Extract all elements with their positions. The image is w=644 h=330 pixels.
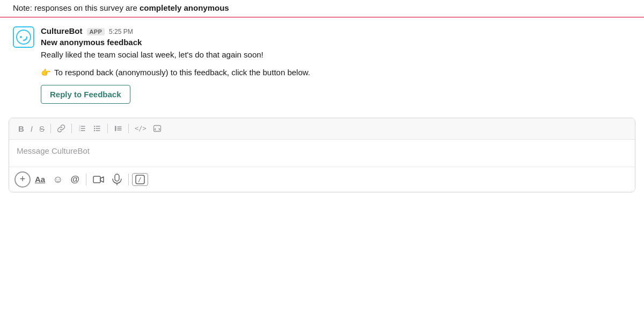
formatting-toolbar: B I S 123 </> [9,118,635,140]
svg-rect-20 [115,174,119,181]
composer-area: B I S 123 </> Message CultureBot + Aa ☺ … [9,118,635,192]
toolbar-divider-1 [50,124,51,133]
anonymous-text: completely anonymous [140,3,229,12]
feedback-title: New anonymous feedback [41,38,631,47]
svg-rect-19 [93,176,100,183]
prompt-text: To respond back (anonymously) to this fe… [54,68,310,77]
link-button[interactable] [54,123,68,134]
add-button[interactable]: + [14,171,31,188]
reply-to-feedback-button[interactable]: Reply to Feedback [41,85,130,104]
video-button[interactable] [90,173,108,186]
svg-rect-18 [153,126,160,132]
bottom-toolbar: + Aa ☺ @ / [9,167,635,192]
slash-button[interactable]: / [132,173,148,186]
strikethrough-button[interactable]: S [36,123,47,135]
bottom-divider-2 [128,174,129,185]
svg-rect-14 [115,126,116,131]
note-text: Note: responses on this survey are [13,3,140,12]
svg-point-8 [94,126,95,127]
svg-point-9 [94,128,95,129]
code-block-button[interactable] [150,123,164,134]
svg-point-1 [20,36,22,38]
svg-text:3: 3 [79,129,80,132]
message-header: CultureBot APP 5:25 PM [41,26,631,35]
svg-text:/: / [138,176,142,183]
mention-button[interactable]: @ [68,172,83,187]
app-badge: APP [87,28,105,35]
italic-button[interactable]: I [28,123,35,135]
message-area: CultureBot APP 5:25 PM New anonymous fee… [0,18,644,112]
format-text-button[interactable]: Aa [32,173,48,186]
ordered-list-button[interactable]: 123 [75,123,89,134]
bottom-divider-1 [86,174,86,185]
blockquote-button[interactable] [111,123,125,134]
respond-prompt: 👉 To respond back (anonymously) to this … [41,68,631,77]
pointing-emoji: 👉 [41,68,51,77]
timestamp: 5:25 PM [109,28,133,35]
svg-point-0 [17,30,31,44]
avatar [13,26,34,48]
audio-button[interactable] [109,171,125,188]
bold-button[interactable]: B [16,123,27,135]
toolbar-divider-3 [107,124,108,133]
message-input[interactable]: Message CultureBot [9,140,635,167]
toolbar-divider-4 [128,124,129,133]
bullet-list-button[interactable] [90,123,104,134]
message-content: CultureBot APP 5:25 PM New anonymous fee… [41,26,631,104]
code-button[interactable]: </> [132,123,149,134]
emoji-button[interactable]: ☺ [49,171,66,188]
top-note: Note: responses on this survey are compl… [0,0,644,18]
svg-point-10 [94,130,95,131]
toolbar-divider-2 [71,124,72,133]
bot-name: CultureBot [41,26,83,35]
feedback-text: Really liked the team social last week, … [41,49,631,61]
